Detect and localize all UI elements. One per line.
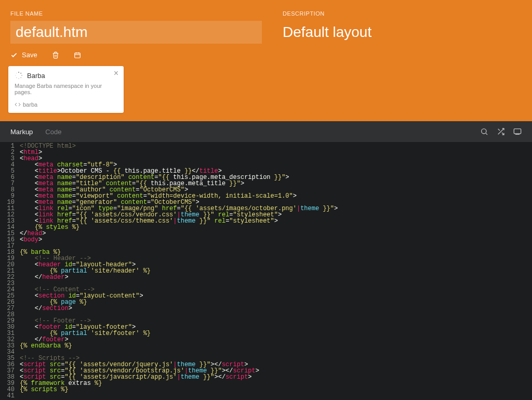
svg-point-11: [16, 73, 17, 73]
svg-point-4: [18, 72, 19, 73]
svg-point-5: [20, 73, 21, 74]
trash-icon[interactable]: [52, 51, 59, 59]
filename-label: FILE NAME: [10, 10, 262, 17]
code-line[interactable]: <html>: [20, 149, 338, 156]
svg-point-10: [16, 75, 16, 76]
shuffle-icon[interactable]: [497, 127, 505, 136]
code-line[interactable]: [20, 243, 338, 249]
component-card[interactable]: × Barba Manage Barba namespace in your p…: [8, 66, 124, 113]
code-line[interactable]: {% scripts %}: [20, 386, 338, 393]
card-description: Manage Barba namespace in your pages.: [15, 83, 117, 95]
svg-point-8: [18, 78, 19, 79]
svg-point-9: [16, 78, 17, 78]
code-line[interactable]: {% styles %}: [20, 224, 338, 230]
svg-point-12: [482, 129, 486, 134]
line-number: 41: [2, 393, 15, 399]
calendar-icon[interactable]: [74, 51, 81, 59]
filename-input[interactable]: [10, 21, 262, 44]
code-area[interactable]: <!DOCTYPE html><html><head> <meta charse…: [18, 142, 338, 400]
code-icon: [15, 101, 21, 108]
header-panel: FILE NAME DESCRIPTION Default layout Sav…: [0, 0, 532, 121]
code-editor[interactable]: 1234567891011121314151617181920212223242…: [0, 142, 532, 400]
code-line[interactable]: </head>: [20, 230, 338, 237]
close-icon[interactable]: ×: [114, 69, 118, 78]
tab-code[interactable]: Code: [45, 128, 61, 136]
description-value[interactable]: Default layout: [283, 21, 522, 44]
header-toolbar: Save: [10, 51, 522, 59]
check-icon: [10, 51, 18, 59]
code-line[interactable]: </header>: [20, 274, 338, 280]
line-gutter: 1234567891011121314151617181920212223242…: [0, 142, 18, 400]
spinner-icon: [15, 71, 23, 80]
description-label: DESCRIPTION: [283, 10, 522, 17]
code-line[interactable]: </section>: [20, 305, 338, 312]
svg-rect-17: [514, 129, 521, 134]
card-tag-text: barba: [23, 101, 37, 108]
svg-point-7: [21, 78, 21, 78]
code-line[interactable]: <body>: [20, 237, 338, 243]
code-line[interactable]: <!DOCTYPE html>: [20, 143, 338, 149]
svg-point-6: [21, 75, 22, 76]
fullscreen-icon[interactable]: [513, 127, 522, 136]
search-icon[interactable]: [480, 127, 488, 136]
save-label: Save: [22, 51, 37, 59]
svg-line-13: [486, 133, 487, 135]
svg-line-16: [498, 129, 500, 131]
save-button[interactable]: Save: [10, 51, 37, 59]
card-title: Barba: [27, 72, 45, 80]
code-line[interactable]: {% endbarba %}: [20, 343, 338, 349]
card-tag: barba: [15, 101, 117, 108]
code-line[interactable]: [20, 393, 338, 399]
editor-tab-bar: Markup Code: [0, 121, 532, 142]
tab-markup[interactable]: Markup: [10, 128, 33, 136]
svg-rect-0: [74, 53, 80, 57]
